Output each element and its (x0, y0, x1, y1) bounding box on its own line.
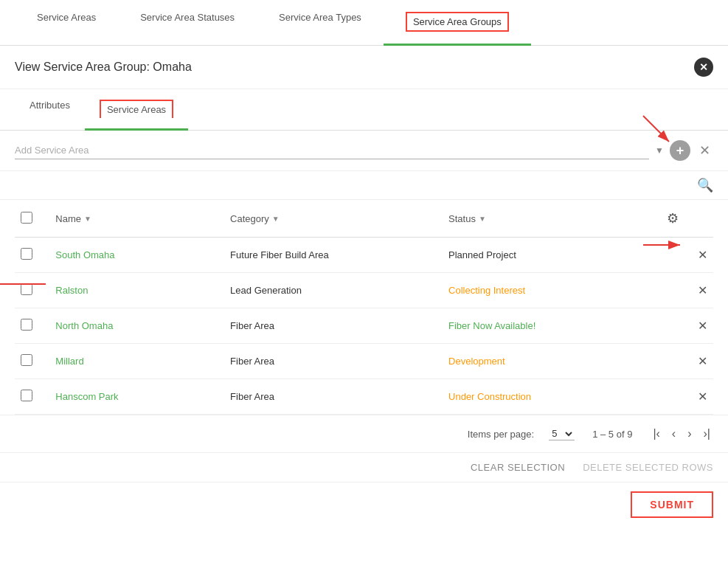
dropdown-arrow-icon[interactable]: ▼ (655, 145, 664, 156)
col-header-status[interactable]: Status ▼ (443, 200, 661, 238)
row-category-cell: Fiber Area (224, 379, 443, 415)
close-button[interactable]: ✕ (694, 58, 713, 77)
submit-row: SUBMIT (0, 482, 728, 527)
top-nav: Service Areas Service Area Statuses Serv… (0, 0, 728, 46)
bottom-actions: CLEAR SELECTION DELETE SELECTED ROWS (0, 452, 728, 482)
clear-selection-button[interactable]: CLEAR SELECTION (471, 462, 565, 473)
items-per-page-label: Items per page: (468, 429, 534, 440)
select-all-checkbox[interactable] (21, 212, 32, 224)
table-row: Ralston Lead Generation (15, 273, 713, 308)
row-status-cell: Development (443, 344, 661, 379)
row-delete-cell: ✕ (661, 238, 713, 273)
row-name-link[interactable]: Ralston (55, 285, 88, 296)
tab-service-area-types[interactable]: Service Area Types (257, 0, 384, 46)
row-category-cell: Fiber Area (224, 344, 443, 379)
row-name-link[interactable]: Millard (55, 356, 83, 367)
prev-page-button[interactable]: ‹ (669, 424, 679, 443)
delete-selected-button[interactable]: DELETE SELECTED ROWS (583, 462, 713, 473)
category-sort-icon: ▼ (272, 215, 280, 223)
row-name-cell: Hanscom Park (49, 379, 224, 415)
add-button[interactable]: + (670, 140, 690, 161)
row-delete-button[interactable]: ✕ (698, 390, 707, 403)
row-name-cell: South Omaha (49, 238, 224, 273)
row-delete-button[interactable]: ✕ (698, 284, 707, 297)
table-row: Hanscom Park Fiber Area Under Constructi… (15, 379, 713, 415)
page-title: View Service Area Group: Omaha (15, 60, 192, 74)
row-category-cell: Fiber Area (224, 308, 443, 344)
col-header-name[interactable]: Name ▼ (49, 200, 224, 238)
status-sort-icon: ▼ (479, 215, 486, 223)
row-name-cell: North Omaha (49, 308, 224, 344)
tab-service-area-groups[interactable]: Service Area Groups (384, 0, 531, 46)
row-checkbox-cell (15, 379, 49, 415)
row-checkbox[interactable] (21, 283, 32, 295)
table-row: Millard Fiber Area Development ✕ (15, 344, 713, 379)
next-page-button[interactable]: › (684, 424, 694, 443)
items-per-page-select[interactable]: 5 10 25 50 (549, 427, 575, 440)
search-icon[interactable]: 🔍 (697, 177, 713, 193)
table-wrap: Name ▼ Category ▼ Status ▼ (0, 200, 728, 415)
row-status-cell: Collecting Interest (443, 273, 661, 308)
table-row: South Omaha Future Fiber Build Area Plan… (15, 238, 713, 273)
submit-button[interactable]: SUBMIT (631, 491, 713, 518)
row-delete-cell: ✕ (661, 273, 713, 308)
sub-tab-attributes[interactable]: Attributes (15, 89, 85, 131)
select-all-header (15, 200, 49, 238)
row-checkbox-cell (15, 273, 49, 308)
row-category-cell: Future Fiber Build Area (224, 238, 443, 273)
row-name-link[interactable]: North Omaha (55, 320, 113, 331)
service-areas-table: Name ▼ Category ▼ Status ▼ (15, 200, 713, 415)
sub-tabs: Attributes Service Areas (0, 89, 728, 131)
row-status-cell: Planned Project (443, 238, 661, 273)
row-delete-cell: ✕ (661, 344, 713, 379)
row-delete-button[interactable]: ✕ (698, 249, 707, 261)
table-row: North Omaha Fiber Area Fiber Now Availab… (15, 308, 713, 344)
row-checkbox-cell (15, 344, 49, 379)
row-delete-cell: ✕ (661, 379, 713, 415)
row-checkbox[interactable] (21, 319, 32, 331)
sub-tab-service-areas[interactable]: Service Areas (85, 89, 188, 131)
row-checkbox-cell (15, 238, 49, 273)
row-checkbox[interactable] (21, 354, 32, 366)
page-range: 1 – 5 of 9 (592, 429, 632, 440)
gear-icon[interactable]: ⚙ (667, 211, 679, 226)
tab-service-areas[interactable]: Service Areas (15, 0, 118, 46)
row-delete-button[interactable]: ✕ (698, 355, 707, 367)
row-status-cell: Fiber Now Available! (443, 308, 661, 344)
pagination-row: Items per page: 5 10 25 50 1 – 5 of 9 |‹… (0, 415, 728, 452)
row-name-link[interactable]: South Omaha (55, 249, 114, 260)
row-status-cell: Under Construction (443, 379, 661, 415)
row-name-cell: Millard (49, 344, 224, 379)
page-nav: |‹ ‹ › ›| (650, 424, 713, 443)
tab-service-area-statuses[interactable]: Service Area Statuses (118, 0, 257, 46)
search-row: 🔍 (0, 171, 728, 200)
col-header-category[interactable]: Category ▼ (224, 200, 443, 238)
row-delete-cell: ✕ (661, 308, 713, 344)
row-checkbox-cell (15, 308, 49, 344)
row-delete-button[interactable]: ✕ (698, 319, 707, 332)
col-header-actions: ⚙ (661, 200, 713, 238)
first-page-button[interactable]: |‹ (650, 424, 662, 443)
add-area-input[interactable] (15, 142, 649, 159)
cancel-add-button[interactable]: ✕ (696, 139, 713, 162)
row-checkbox[interactable] (21, 248, 32, 260)
name-sort-icon: ▼ (84, 215, 91, 223)
row-category-cell: Lead Generation (224, 273, 443, 308)
row-name-link[interactable]: Hanscom Park (55, 391, 118, 402)
add-service-area-row: ▼ + ✕ (0, 131, 728, 171)
page-header: View Service Area Group: Omaha ✕ (0, 46, 728, 89)
row-checkbox[interactable] (21, 390, 32, 401)
table-header-row: Name ▼ Category ▼ Status ▼ (15, 200, 713, 238)
row-name-cell: Ralston (49, 273, 224, 308)
last-page-button[interactable]: ›| (701, 424, 713, 443)
add-area-input-wrap (15, 142, 649, 159)
